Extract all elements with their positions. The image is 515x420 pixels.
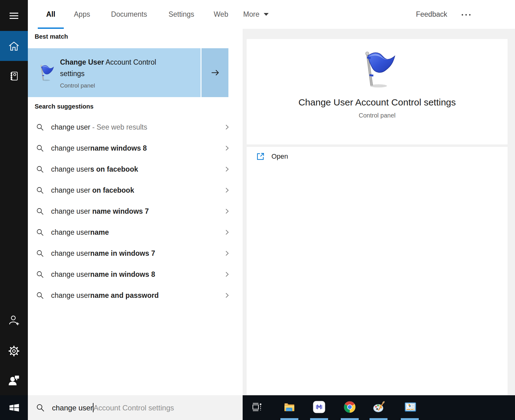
best-match-header: Best match	[35, 33, 68, 40]
system-config-icon	[404, 401, 417, 413]
task-view-button[interactable]	[252, 402, 262, 414]
tab-web[interactable]: Web	[214, 0, 228, 29]
suggestion-row[interactable]: change username in windows 8	[28, 264, 243, 285]
open-label: Open	[271, 152, 288, 161]
expand-arrow-icon	[210, 68, 221, 77]
start-button[interactable]	[0, 395, 28, 420]
tab-all[interactable]: All	[46, 0, 55, 29]
running-indicator	[341, 418, 359, 420]
running-indicator	[401, 418, 419, 420]
feedback-button[interactable]: Feedback	[416, 0, 447, 29]
expand-result-button[interactable]	[201, 48, 228, 97]
ellipsis-icon[interactable]	[461, 12, 471, 18]
active-tab-underline	[38, 28, 64, 29]
preview-subtitle: Control panel	[247, 112, 508, 119]
best-match-subtitle: Control panel	[60, 82, 184, 89]
tab-documents[interactable]: Documents	[111, 0, 147, 29]
menu-icon	[9, 12, 19, 19]
preview-panel: Change User Account Control settings Con…	[243, 29, 515, 395]
file-explorer-button[interactable]	[283, 401, 296, 414]
search-icon	[36, 186, 44, 194]
search-box[interactable]: change userAccount Control settings	[28, 395, 243, 420]
chevron-right-icon	[224, 271, 230, 277]
menu-button[interactable]	[0, 10, 28, 22]
blue-flag-icon	[358, 49, 396, 89]
add-user-icon	[8, 314, 20, 327]
chevron-right-icon	[224, 187, 230, 193]
paint-button[interactable]	[372, 401, 385, 415]
running-indicator	[370, 418, 387, 420]
blue-flag-icon	[37, 63, 54, 82]
chevron-right-icon	[224, 166, 230, 172]
suggestion-row[interactable]: change user - See web results	[28, 117, 243, 138]
suggestion-row[interactable]: change user on facebook	[28, 180, 243, 201]
best-match-result[interactable]: Change User Account Control settings Con…	[28, 48, 228, 97]
suggestion-row[interactable]: change username windows 8	[28, 138, 243, 159]
suggestion-row[interactable]: change users on facebook	[28, 159, 243, 180]
chevron-right-icon	[224, 145, 230, 151]
preview-card: Change User Account Control settings Con…	[247, 39, 508, 395]
search-icon	[36, 270, 44, 278]
chevron-right-icon	[224, 208, 230, 214]
suggestion-row[interactable]: change username and password	[28, 285, 243, 306]
task-view-icon	[252, 402, 262, 412]
search-topbar: All Apps Documents Settings Web More Fee…	[0, 0, 515, 29]
suggestion-row[interactable]: change username in windows 7	[28, 243, 243, 264]
search-icon	[36, 403, 45, 412]
taskbar	[243, 395, 515, 420]
running-indicator	[310, 418, 328, 420]
preview-title: Change User Account Control settings	[247, 97, 508, 108]
search-icon	[36, 207, 44, 215]
inline-completion: Account Control settings	[93, 404, 174, 412]
search-icon	[36, 123, 44, 131]
chevron-right-icon	[224, 292, 230, 298]
journal-icon	[8, 71, 19, 82]
windows-start-icon	[8, 402, 19, 413]
user-feedback-icon	[8, 375, 20, 386]
search-suggestions-header: Search suggestions	[35, 103, 93, 110]
search-input[interactable]: change userAccount Control settings	[52, 403, 174, 412]
suggestion-row[interactable]: change user name windows 7	[28, 201, 243, 222]
m-app-icon	[313, 401, 325, 413]
home-icon	[8, 41, 20, 52]
search-icon	[36, 144, 44, 152]
chevron-right-icon	[224, 229, 230, 235]
tab-settings[interactable]: Settings	[168, 0, 194, 29]
running-indicator	[280, 418, 298, 420]
sidebar-item-add-account[interactable]	[0, 314, 28, 327]
sidebar-item-user[interactable]	[0, 374, 28, 387]
search-icon	[36, 249, 44, 257]
chevron-right-icon	[224, 124, 230, 130]
file-explorer-icon	[283, 401, 296, 413]
chevron-right-icon	[224, 250, 230, 256]
paint-icon	[372, 401, 385, 414]
system-config-button[interactable]	[404, 401, 417, 414]
search-icon	[36, 165, 44, 173]
best-match-title: Change User Account Control settings	[60, 57, 181, 79]
chrome-icon	[344, 401, 356, 413]
open-action[interactable]: Open	[256, 150, 288, 163]
sidebar-item-settings[interactable]	[0, 344, 28, 358]
search-icon	[36, 228, 44, 236]
chrome-button[interactable]	[344, 401, 356, 414]
tab-more[interactable]: More	[243, 0, 259, 29]
sidebar-item-home[interactable]	[0, 31, 28, 61]
chevron-down-icon	[264, 13, 269, 16]
sidebar	[0, 0, 28, 395]
settings-gear-icon	[8, 345, 20, 357]
open-external-icon	[256, 152, 265, 161]
divider	[247, 144, 508, 147]
tab-apps[interactable]: Apps	[74, 0, 90, 29]
search-icon	[36, 291, 44, 299]
suggestion-row[interactable]: change username	[28, 222, 243, 243]
m-app-button[interactable]	[313, 401, 325, 414]
sidebar-item-journal[interactable]	[0, 69, 28, 83]
results-panel: Best match Change User Account Control s…	[28, 29, 243, 395]
